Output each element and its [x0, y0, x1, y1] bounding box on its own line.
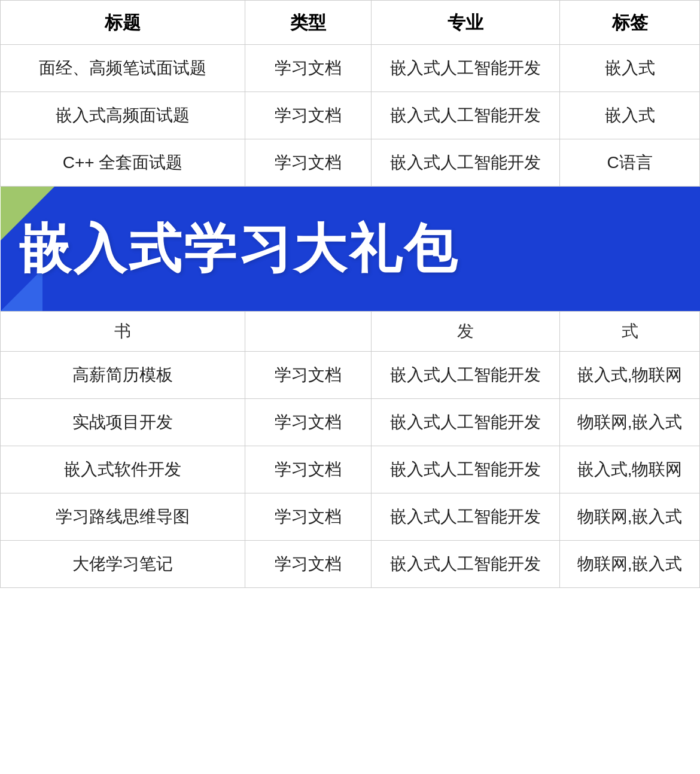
cell-type: 学习文档 [245, 399, 371, 446]
cell-type: 学习文档 [245, 493, 371, 541]
table-row: 学习路线思维导图 学习文档 嵌入式人工智能开发 物联网,嵌入式 [1, 493, 700, 541]
table-row: 面经、高频笔试面试题 学习文档 嵌入式人工智能开发 嵌入式 [1, 45, 700, 92]
table-row: 嵌入式软件开发 学习文档 嵌入式人工智能开发 嵌入式,物联网 [1, 446, 700, 493]
cell-tag: C语言 [560, 139, 700, 187]
cell-type: 学习文档 [245, 139, 371, 187]
cell-type: 学习文档 [245, 446, 371, 493]
cell-major: 嵌入式人工智能开发 [371, 541, 560, 588]
table-header-row: 标题 类型 专业 标签 [1, 1, 700, 45]
cell-type: 学习文档 [245, 541, 371, 588]
main-container: 标题 类型 专业 标签 面经、高频笔试面试题 学习文档 嵌入式人工智能开发 嵌入… [0, 0, 700, 588]
header-tag: 标签 [560, 1, 700, 45]
cell-tag: 物联网,嵌入式 [560, 541, 700, 588]
partial-cell-tag: 式 [560, 312, 700, 352]
cell-type: 学习文档 [245, 45, 371, 92]
header-title: 标题 [1, 1, 245, 45]
cell-tag: 嵌入式,物联网 [560, 446, 700, 493]
cell-title: 高薪简历模板 [1, 352, 245, 399]
cell-type: 学习文档 [245, 352, 371, 399]
cell-title: 嵌入式软件开发 [1, 446, 245, 493]
cell-tag: 物联网,嵌入式 [560, 399, 700, 446]
banner-text: 嵌入式学习大礼包 [19, 209, 459, 288]
cell-title: 嵌入式高频面试题 [1, 92, 245, 139]
table-row: 高薪简历模板 学习文档 嵌入式人工智能开发 嵌入式,物联网 [1, 352, 700, 399]
cell-major: 嵌入式人工智能开发 [371, 92, 560, 139]
cell-title: C++ 全套面试题 [1, 139, 245, 187]
cell-title: 实战项目开发 [1, 399, 245, 446]
cell-major: 嵌入式人工智能开发 [371, 493, 560, 541]
cell-type: 学习文档 [245, 92, 371, 139]
cell-tag: 嵌入式,物联网 [560, 352, 700, 399]
cell-major: 嵌入式人工智能开发 [371, 446, 560, 493]
partial-cell-title: 书 [1, 312, 245, 352]
banner-row: 嵌入式学习大礼包 [1, 187, 700, 312]
table-row: 实战项目开发 学习文档 嵌入式人工智能开发 物联网,嵌入式 [1, 399, 700, 446]
banner-cell: 嵌入式学习大礼包 [1, 187, 700, 312]
header-major: 专业 [371, 1, 560, 45]
banner-bg: 嵌入式学习大礼包 [1, 187, 700, 311]
header-type: 类型 [245, 1, 371, 45]
cell-tag: 嵌入式 [560, 45, 700, 92]
table-row: 大佬学习笔记 学习文档 嵌入式人工智能开发 物联网,嵌入式 [1, 541, 700, 588]
cell-title: 面经、高频笔试面试题 [1, 45, 245, 92]
cell-title: 大佬学习笔记 [1, 541, 245, 588]
cell-major: 嵌入式人工智能开发 [371, 45, 560, 92]
cell-major: 嵌入式人工智能开发 [371, 399, 560, 446]
table-row: 嵌入式高频面试题 学习文档 嵌入式人工智能开发 嵌入式 [1, 92, 700, 139]
cell-title: 学习路线思维导图 [1, 493, 245, 541]
partial-cell-type [245, 312, 371, 352]
table-row: C++ 全套面试题 学习文档 嵌入式人工智能开发 C语言 [1, 139, 700, 187]
cell-major: 嵌入式人工智能开发 [371, 352, 560, 399]
partial-cell-major: 发 [371, 312, 560, 352]
content-table: 标题 类型 专业 标签 面经、高频笔试面试题 学习文档 嵌入式人工智能开发 嵌入… [0, 0, 700, 588]
partial-row: 书 发 式 [1, 312, 700, 352]
banner-overlay: 嵌入式学习大礼包 [1, 187, 700, 311]
cell-tag: 嵌入式 [560, 92, 700, 139]
cell-major: 嵌入式人工智能开发 [371, 139, 560, 187]
cell-tag: 物联网,嵌入式 [560, 493, 700, 541]
